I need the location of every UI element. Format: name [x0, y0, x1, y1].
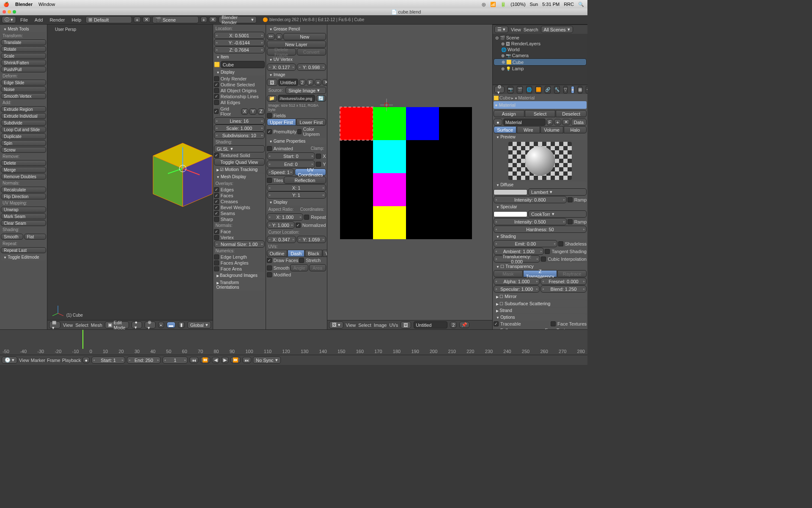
- convert-button[interactable]: Convert: [297, 48, 326, 55]
- app-name[interactable]: Blender: [15, 2, 33, 7]
- anim-speed[interactable]: Speed: 1: [267, 168, 294, 176]
- material-f-button[interactable]: F: [546, 119, 554, 125]
- premultiply-checkbox[interactable]: Premultiply: [267, 129, 296, 135]
- specular-shader-select[interactable]: CookTorr ▾: [528, 210, 587, 218]
- item-name-input[interactable]: Cube: [221, 61, 265, 68]
- reflection-button[interactable]: Reflection: [284, 177, 326, 184]
- jump-end-icon[interactable]: ⏭: [242, 357, 251, 363]
- outliner[interactable]: ⊖ 🎬 Scene ⊕ 🖼 RenderLayers 🌐 World ⊕ 📷 C…: [493, 34, 587, 85]
- color-unprem-checkbox[interactable]: Color Unprem: [297, 126, 326, 137]
- cursor-x[interactable]: X: 0.347: [267, 236, 296, 243]
- editor-type-outliner-icon[interactable]: ☰ ▾: [494, 26, 508, 33]
- specular-alpha-field[interactable]: Specular: 1.000: [494, 285, 540, 293]
- edge-slide-button[interactable]: Edge Slide: [1, 80, 46, 86]
- grease-pencil-header[interactable]: Grease Pencil: [267, 26, 326, 32]
- material-data-select[interactable]: Data: [571, 119, 587, 126]
- gp-add-button[interactable]: +: [276, 33, 283, 40]
- layout-add-button[interactable]: +: [134, 17, 140, 23]
- specular-ramp-checkbox[interactable]: Ramp: [568, 219, 587, 225]
- editor-type-icon[interactable]: ⓘ ▾: [2, 16, 16, 23]
- editor-type-3d-icon[interactable]: ▦ ▾: [49, 321, 60, 329]
- smooth-vertex-button[interactable]: Smooth Vertex: [1, 93, 46, 99]
- fields-checkbox[interactable]: Fields: [267, 113, 326, 119]
- gp-pencil-icon[interactable]: ✏: [267, 33, 275, 40]
- outliner-lamp[interactable]: ⊕ 💡 Lamp: [494, 66, 587, 72]
- uv-coordinates-button[interactable]: UV Coordinates: [295, 168, 326, 176]
- normal-size[interactable]: Normal Size: 1.00: [214, 240, 265, 248]
- only-render-checkbox[interactable]: Only Render: [214, 76, 265, 82]
- duplicate-button[interactable]: Duplicate: [1, 133, 46, 139]
- flip-direction-button[interactable]: Flip Direction: [1, 193, 46, 199]
- uv-display-header[interactable]: Display: [267, 199, 326, 205]
- uvv-x[interactable]: X: 0.127: [267, 64, 296, 71]
- image-name-input[interactable]: Untitled: [278, 79, 298, 86]
- shading-icon[interactable]: ● ▾: [132, 321, 142, 329]
- aspect-x[interactable]: X: 1.000: [267, 213, 304, 221]
- material-add-button[interactable]: +: [554, 119, 561, 125]
- ztransp-button[interactable]: Z Transparency: [523, 270, 557, 277]
- sharp-checkbox[interactable]: Sharp: [214, 216, 265, 222]
- view-menu[interactable]: View: [63, 323, 73, 328]
- select-button[interactable]: Select: [525, 110, 556, 117]
- fresnel-field[interactable]: Fresnel: 0.000: [540, 278, 587, 285]
- gp-new-button[interactable]: New: [283, 33, 326, 40]
- flat-button[interactable]: Flat: [24, 234, 47, 240]
- screw-button[interactable]: Screw: [1, 147, 46, 153]
- wire-tab[interactable]: Wire: [517, 126, 540, 133]
- uv-image-browse-icon[interactable]: 🖼: [401, 321, 411, 329]
- uv-view-menu[interactable]: View: [346, 323, 356, 328]
- grid-floor-checkbox[interactable]: Grid Floor: [214, 106, 241, 117]
- menu-render[interactable]: Render: [47, 17, 67, 23]
- tiles-x[interactable]: X: 1: [267, 184, 326, 191]
- pivot-icon[interactable]: ⊕ ▾: [145, 321, 156, 329]
- sss-header[interactable]: ☐ Subsurface Scattering: [494, 300, 587, 307]
- ptab-constraints-icon[interactable]: 🔗: [545, 86, 551, 94]
- bg-images-header[interactable]: Background Images: [214, 272, 265, 279]
- preview-header[interactable]: Preview: [494, 134, 587, 140]
- uv-image-name[interactable]: Untitled: [414, 321, 447, 329]
- lower-first-button[interactable]: Lower First: [296, 119, 326, 126]
- uv-image-menu[interactable]: Image: [374, 323, 387, 328]
- yaxis-button[interactable]: Y: [249, 108, 256, 115]
- app-menu-window[interactable]: Window: [38, 2, 55, 7]
- specular-color[interactable]: [494, 211, 527, 217]
- emit-field[interactable]: Emit: 0.00: [494, 240, 557, 247]
- diffuse-header[interactable]: Diffuse: [494, 182, 587, 188]
- modified-checkbox[interactable]: Modified: [267, 272, 326, 278]
- assign-button[interactable]: Assign: [494, 110, 524, 117]
- outliner-camera[interactable]: ⊕ 📷 Camera: [494, 52, 587, 58]
- repeat-last-button[interactable]: Repeat Last: [1, 247, 46, 253]
- ptab-scene-icon[interactable]: 🎬: [517, 86, 523, 94]
- diffuse-intensity[interactable]: Intensity: 0.800: [494, 196, 567, 203]
- halo-tab[interactable]: Halo: [564, 126, 587, 133]
- specular-intensity[interactable]: Intensity: 0.500: [494, 218, 567, 225]
- grid-scale[interactable]: Scale: 1.000: [214, 124, 265, 132]
- clear-seam-button[interactable]: Clear Seam: [1, 220, 46, 226]
- playhead[interactable]: [82, 330, 83, 349]
- specular-hardness[interactable]: Hardness: 50: [494, 226, 587, 233]
- shadeless-checkbox[interactable]: Shadeless: [558, 241, 587, 247]
- ptab-texture-icon[interactable]: ▦: [578, 86, 582, 94]
- noise-button[interactable]: Noise: [1, 86, 46, 92]
- black-button[interactable]: Black: [305, 250, 322, 257]
- diffuse-shader-select[interactable]: Lambert ▾: [528, 188, 587, 196]
- folder-icon[interactable]: 📁: [267, 95, 277, 102]
- mode-select[interactable]: ▣ Edit Mode: [105, 321, 129, 329]
- anim-end[interactable]: End: 0: [267, 160, 315, 168]
- outliner-cube[interactable]: ⊕ 🟨 Cube: [494, 58, 587, 66]
- all-origins-checkbox[interactable]: All Object Origins: [214, 88, 265, 94]
- display-header[interactable]: Display: [214, 69, 265, 75]
- anim-start[interactable]: Start: 0: [267, 152, 315, 160]
- layout-del-button[interactable]: ✕: [143, 17, 151, 23]
- jump-start-icon[interactable]: ⏮: [189, 357, 198, 363]
- options-header[interactable]: Options: [494, 314, 587, 320]
- ol-view-menu[interactable]: View: [511, 27, 521, 32]
- shading-header[interactable]: Shading: [494, 233, 587, 240]
- tl-playback-menu[interactable]: Playback: [62, 358, 81, 363]
- menu-add[interactable]: Add: [32, 17, 46, 23]
- tl-view-menu[interactable]: View: [19, 358, 29, 363]
- spin-button[interactable]: Spin: [1, 140, 46, 146]
- stretch-checkbox[interactable]: Stretch: [299, 257, 321, 263]
- uv-pin-icon[interactable]: 📌: [459, 322, 469, 328]
- face-textures-checkbox[interactable]: Face Textures: [551, 321, 587, 327]
